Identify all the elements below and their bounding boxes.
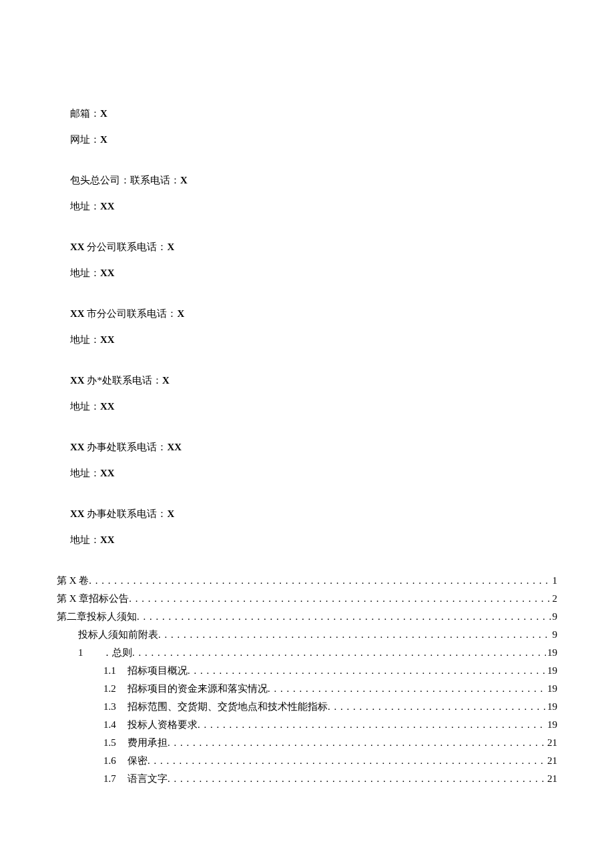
- toc-entry: 投标人须知前附表. . . . . . . . . . . . . . . . …: [57, 628, 557, 642]
- contact-group: XX 分公司联系电话：X地址：XX: [57, 240, 557, 280]
- toc-entry: 1．总则. . . . . . . . . . . . . . . . . . …: [57, 646, 557, 660]
- toc-page-number: 21: [547, 772, 557, 786]
- contact-top: 邮箱：X 网址：X: [57, 107, 557, 147]
- toc-page-number: 21: [547, 736, 557, 750]
- contact-address-line: 地址：XX: [57, 199, 557, 213]
- toc-leader-dots: . . . . . . . . . . . . . . . . . . . . …: [158, 628, 551, 642]
- toc-number: 1.6: [103, 754, 118, 768]
- toc-number: 1: [78, 646, 93, 660]
- toc-page-number: 9: [553, 610, 558, 624]
- contact-mid-label: 办事处联系电话：: [85, 442, 168, 452]
- address-value: XX: [100, 534, 115, 545]
- toc-entry: 第 X 章招标公告. . . . . . . . . . . . . . . .…: [57, 592, 557, 606]
- table-of-contents: 第 X 卷. . . . . . . . . . . . . . . . . .…: [57, 574, 557, 786]
- toc-page-number: 1: [553, 574, 558, 588]
- toc-page-number: 19: [547, 718, 557, 732]
- toc-leader-dots: . . . . . . . . . . . . . . . . . . . . …: [137, 610, 551, 624]
- address-value: XX: [100, 268, 115, 278]
- contact-address-line: 地址：XX: [57, 466, 557, 480]
- toc-title: 招标项目概况: [127, 664, 188, 678]
- toc-leader-dots: . . . . . . . . . . . . . . . . . . . . …: [168, 772, 546, 786]
- contact-group: XX 办事处联系电话：XX地址：XX: [57, 440, 557, 480]
- contact-address-line: 地址：XX: [57, 333, 557, 347]
- contact-group: XX 办*处联系电话：X地址：XX: [57, 374, 557, 414]
- contact-prefix-bold: XX: [70, 508, 85, 519]
- contact-group: XX 办事处联系电话：X地址：XX: [57, 507, 557, 547]
- address-value: XX: [100, 334, 115, 345]
- toc-number: 1.4: [103, 718, 118, 732]
- toc-entry: 1.6保密. . . . . . . . . . . . . . . . . .…: [57, 754, 557, 768]
- toc-title: 招标项目的资金来源和落实情况: [127, 682, 268, 696]
- toc-page-number: 2: [553, 592, 558, 606]
- toc-entry: 1.1招标项目概况. . . . . . . . . . . . . . . .…: [57, 664, 557, 678]
- email-label: 邮箱：: [70, 108, 100, 119]
- contact-phone-line: XX 办事处联系电话：X: [57, 507, 557, 521]
- address-label: 地址：: [70, 201, 100, 211]
- toc-number: 1.2: [103, 682, 118, 696]
- website-label: 网址：: [70, 134, 100, 145]
- contact-mid-label: 办事处联系电话：: [85, 508, 168, 519]
- contact-phone-line: XX 市分公司联系电话：X: [57, 307, 557, 321]
- toc-leader-dots: . . . . . . . . . . . . . . . . . . . . …: [328, 700, 546, 714]
- address-value: XX: [100, 201, 115, 211]
- contact-mid-label: 办*处联系电话：: [85, 375, 162, 386]
- toc-title: 费用承担: [127, 736, 168, 750]
- toc-leader-dots: . . . . . . . . . . . . . . . . . . . . …: [268, 682, 546, 696]
- contact-address-line: 地址：XX: [57, 533, 557, 547]
- toc-leader-dots: . . . . . . . . . . . . . . . . . . . . …: [147, 754, 546, 768]
- toc-title: ．总则: [102, 646, 132, 660]
- address-label: 地址：: [70, 534, 100, 545]
- contact-address-line: 地址：XX: [57, 400, 557, 414]
- email-line: 邮箱：X: [57, 107, 557, 121]
- toc-leader-dots: . . . . . . . . . . . . . . . . . . . . …: [89, 574, 551, 588]
- website-value: X: [100, 134, 107, 145]
- contact-phone-value: X: [177, 308, 184, 319]
- toc-title: 第 X 章招标公告: [57, 592, 129, 606]
- contact-phone-line: XX 办事处联系电话：XX: [57, 440, 557, 454]
- toc-entry: 1.5费用承担. . . . . . . . . . . . . . . . .…: [57, 736, 557, 750]
- toc-entry: 第 X 卷. . . . . . . . . . . . . . . . . .…: [57, 574, 557, 588]
- toc-number: 1.3: [103, 700, 118, 714]
- toc-title: 招标范围、交货期、交货地点和技术性能指标: [127, 700, 328, 714]
- contact-prefix-bold: XX: [70, 242, 85, 252]
- toc-number: 1.1: [103, 664, 118, 678]
- toc-title: 投标人资格要求: [127, 718, 198, 732]
- contact-phone-value: XX: [167, 442, 182, 452]
- address-value: XX: [100, 468, 115, 478]
- toc-leader-dots: . . . . . . . . . . . . . . . . . . . . …: [168, 736, 546, 750]
- toc-page-number: 9: [553, 628, 558, 642]
- contact-address-line: 地址：XX: [57, 266, 557, 280]
- contact-group: 包头总公司：联系电话：X地址：XX: [57, 173, 557, 213]
- toc-entry: 1.7语言文字. . . . . . . . . . . . . . . . .…: [57, 772, 557, 786]
- toc-page-number: 19: [547, 646, 557, 660]
- contact-prefix-bold: XX: [70, 442, 85, 452]
- contact-phone-line: XX 分公司联系电话：X: [57, 240, 557, 254]
- address-label: 地址：: [70, 268, 100, 278]
- toc-entry: 第二章投标人须知. . . . . . . . . . . . . . . . …: [57, 610, 557, 624]
- toc-entry: 1.4投标人资格要求. . . . . . . . . . . . . . . …: [57, 718, 557, 732]
- toc-number: 1.7: [103, 772, 118, 786]
- contact-phone-value: X: [180, 175, 188, 185]
- toc-entry: 1.3招标范围、交货期、交货地点和技术性能指标. . . . . . . . .…: [57, 700, 557, 714]
- toc-title: 第 X 卷: [57, 574, 89, 588]
- toc-page-number: 19: [547, 664, 557, 678]
- toc-title: 语言文字: [127, 772, 168, 786]
- toc-number: 1.5: [103, 736, 118, 750]
- address-label: 地址：: [70, 334, 100, 345]
- contact-phone-value: X: [167, 508, 174, 519]
- toc-page-number: 19: [547, 682, 557, 696]
- toc-page-number: 21: [547, 754, 557, 768]
- toc-leader-dots: . . . . . . . . . . . . . . . . . . . . …: [132, 646, 546, 660]
- toc-title: 投标人须知前附表: [78, 628, 158, 642]
- toc-entry: 1.2招标项目的资金来源和落实情况. . . . . . . . . . . .…: [57, 682, 557, 696]
- website-line: 网址：X: [57, 133, 557, 147]
- address-label: 地址：: [70, 468, 100, 478]
- contact-mid-label: 市分公司联系电话：: [85, 308, 178, 319]
- toc-page-number: 19: [547, 700, 557, 714]
- contact-prefix-bold: XX: [70, 308, 85, 319]
- contact-prefix-bold: XX: [70, 375, 85, 386]
- contact-phone-value: X: [162, 375, 170, 386]
- toc-title: 第二章投标人须知: [57, 610, 137, 624]
- contact-phone-line: XX 办*处联系电话：X: [57, 374, 557, 388]
- toc-title: 保密: [127, 754, 147, 768]
